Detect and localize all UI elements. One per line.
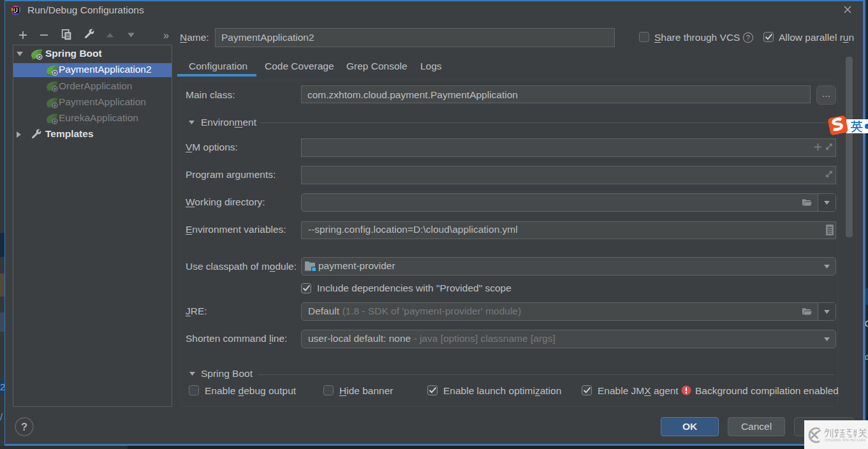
svg-text:?: ? <box>746 34 750 41</box>
svg-text:?: ? <box>21 421 27 432</box>
